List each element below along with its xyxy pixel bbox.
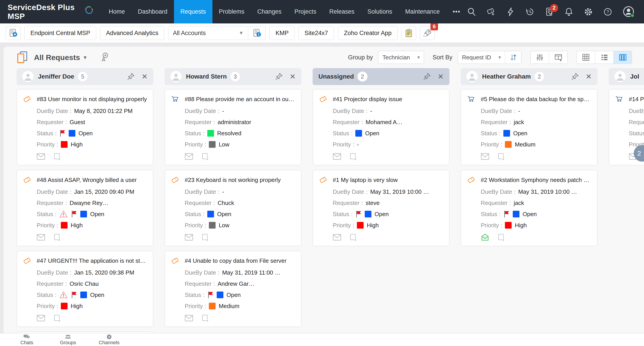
field-colon: : <box>499 130 501 137</box>
field-settings-button[interactable] <box>531 51 549 64</box>
help-button[interactable]: ? <box>603 7 612 16</box>
column-cards: #41 Projector display issueDueBy Date:-R… <box>312 89 450 333</box>
search-button[interactable] <box>467 7 476 16</box>
note-add-icon[interactable] <box>348 233 358 241</box>
sort-direction-button[interactable] <box>505 53 521 62</box>
request-card[interactable]: #23 Keyboard is not working properlyDueB… <box>164 170 302 246</box>
mail-open-icon[interactable] <box>480 233 490 241</box>
toolbar-link-kmp[interactable]: KMP <box>270 26 295 40</box>
accounts-dropdown[interactable]: All Accounts ▼ <box>168 26 248 40</box>
history-button[interactable] <box>525 7 535 16</box>
kanban-view-button[interactable] <box>613 51 632 64</box>
page-title[interactable]: All Requests <box>34 53 80 62</box>
whats-new-button[interactable]: 6 <box>420 26 435 40</box>
brand-logo[interactable]: ServiceDesk Plus MSP <box>8 3 94 21</box>
group-by-dropdown[interactable]: Technician ▾ <box>378 51 424 64</box>
note-add-icon[interactable] <box>52 314 62 322</box>
sort-arrows-icon <box>509 53 518 62</box>
status-color-square <box>217 292 224 298</box>
list-view-button[interactable] <box>595 51 613 64</box>
service-cart-icon <box>171 95 179 103</box>
close-icon[interactable]: ✕ <box>586 72 592 81</box>
note-add-icon[interactable] <box>348 153 358 161</box>
toolbar-link-zoho-creator-app[interactable]: Zoho Creator App <box>338 26 398 40</box>
new-request-button[interactable] <box>6 26 20 40</box>
nav-item-problems[interactable]: Problems <box>212 0 251 23</box>
toolbar-button-endpoint-central-msp[interactable]: Endpoint Central MSP <box>24 26 96 40</box>
nav-item-home[interactable]: Home <box>102 0 132 23</box>
pin-icon[interactable] <box>423 73 431 81</box>
request-card[interactable]: #4 Unable to copy data from File serverD… <box>164 251 302 327</box>
request-card[interactable]: #1 My laptop is very slowDueBy Date:May … <box>312 170 450 246</box>
note-add-icon[interactable] <box>496 233 506 241</box>
mail-icon[interactable] <box>36 153 46 161</box>
nav-item-projects[interactable]: Projects <box>288 0 323 23</box>
note-add-icon[interactable] <box>200 153 210 161</box>
nav-item-[interactable]: ••• <box>446 0 467 23</box>
sort-by-dropdown[interactable]: Request ID ▾ <box>458 54 505 61</box>
mail-icon[interactable] <box>36 233 46 241</box>
field-label: DueBy Date <box>333 108 364 115</box>
help-icon: ? <box>603 7 612 16</box>
view-selector: All Requests ▾ <box>16 51 110 64</box>
note-add-icon[interactable] <box>52 233 62 241</box>
field-label: Priority <box>481 141 499 148</box>
bell-button[interactable] <box>564 7 574 16</box>
gear-button[interactable] <box>584 7 593 16</box>
nav-item-releases[interactable]: Releases <box>323 0 361 23</box>
close-icon[interactable]: ✕ <box>438 72 444 81</box>
pin-icon[interactable] <box>571 73 579 81</box>
add-column-button[interactable] <box>549 51 567 64</box>
nav-item-changes[interactable]: Changes <box>251 0 288 23</box>
avatar-button[interactable] <box>622 5 635 18</box>
notes-button[interactable] <box>402 26 416 40</box>
pin-icon[interactable] <box>127 73 135 81</box>
mail-icon[interactable] <box>332 153 342 161</box>
approvals-button[interactable]: 2 <box>545 7 554 16</box>
chevron-down-icon[interactable]: ▾ <box>84 54 86 61</box>
toolbar-link-site24x7[interactable]: Site24x7 <box>298 26 334 40</box>
request-card[interactable]: #5 Please do the data backup for the spe… <box>461 89 598 166</box>
filter-search-icon[interactable] <box>100 52 110 63</box>
field-label: Requester <box>333 119 360 126</box>
field-label: Status <box>481 211 497 218</box>
mail-icon[interactable] <box>480 153 490 161</box>
request-card[interactable]: #88 Please provide me an account in our … <box>164 89 302 166</box>
request-card[interactable]: #83 User monitor is not displaying prope… <box>16 89 154 166</box>
request-card[interactable]: #45 Server crashes frequently <box>16 332 154 333</box>
chat-bottom-bar: ChatsGroups#Channels <box>0 333 644 346</box>
account-info-button[interactable] <box>248 26 266 40</box>
mail-icon[interactable] <box>332 233 342 241</box>
nav-item-requests[interactable]: Requests <box>174 0 212 23</box>
nav-item-solutions[interactable]: Solutions <box>361 0 399 23</box>
grid-view-button[interactable] <box>577 51 595 64</box>
note-add-icon[interactable] <box>52 153 62 161</box>
note-add-icon[interactable] <box>200 233 210 241</box>
request-card[interactable]: #48 Assist ASAP, Wrongly billed a userDu… <box>16 170 154 246</box>
close-icon[interactable]: ✕ <box>290 72 296 81</box>
bottombar-item-chats[interactable]: Chats <box>14 333 39 346</box>
mail-icon[interactable] <box>36 314 46 322</box>
mail-icon[interactable] <box>184 314 194 322</box>
request-card[interactable]: #41 Projector display issueDueBy Date:-R… <box>312 89 450 166</box>
ticket-add-button[interactable] <box>486 7 496 16</box>
request-card[interactable]: #47 URGENT!!! The application is not sta… <box>16 251 154 327</box>
mail-icon[interactable] <box>184 153 194 161</box>
pin-icon[interactable] <box>275 73 283 81</box>
field-value: Resolved <box>217 130 241 137</box>
note-add-icon[interactable] <box>496 153 506 161</box>
field-colon: : <box>353 222 354 229</box>
mail-icon[interactable] <box>184 233 194 241</box>
flash-button[interactable] <box>506 7 515 16</box>
card-field-row: Requester:steve <box>333 198 444 207</box>
toolbar-button-advanced-analytics[interactable]: Advanced Analytics <box>100 26 164 40</box>
request-card[interactable]: #2 Workstation Symphony needs patch u…Du… <box>461 170 598 246</box>
field-colon: : <box>218 108 219 115</box>
request-views-icon[interactable] <box>16 51 28 64</box>
note-add-icon[interactable] <box>200 314 210 322</box>
nav-item-maintenance[interactable]: Maintenance <box>399 0 446 23</box>
bottombar-item-channels[interactable]: #Channels <box>96 333 122 346</box>
bottombar-item-groups[interactable]: Groups <box>56 333 80 346</box>
close-icon[interactable]: ✕ <box>142 72 148 81</box>
nav-item-dashboard[interactable]: Dashboard <box>132 0 174 23</box>
